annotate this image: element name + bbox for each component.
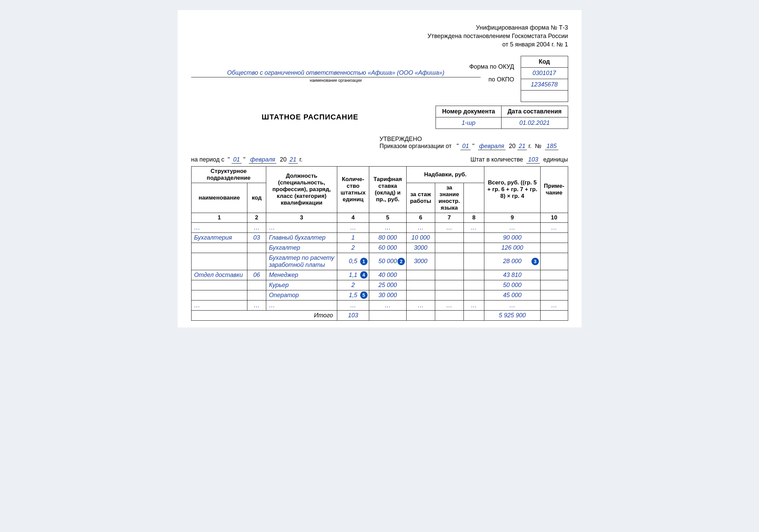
period-month: февраля — [249, 156, 276, 164]
col-num: 7 — [435, 213, 463, 222]
col-num: 3 — [266, 213, 337, 222]
col-total: Всего, руб. ((гр. 5 + гр. 6 + гр. 7 + гр… — [484, 166, 541, 213]
table-cell: … — [266, 222, 337, 233]
col-num: 1 — [191, 213, 247, 222]
col-num: 5 — [369, 213, 406, 222]
staff-block: Штат в количестве 103 единицы — [471, 156, 568, 164]
col-num: 9 — [484, 213, 541, 222]
table-cell — [435, 253, 463, 270]
approved-prefix: Приказом организации от — [380, 143, 452, 149]
annotation-badge: 1 — [360, 258, 368, 265]
col-units: Количе­ство штат­ных единиц — [337, 166, 369, 213]
col-allow2: за знание иностр. языка — [435, 183, 463, 213]
table-cell: … — [369, 300, 406, 310]
col-num: 2 — [247, 213, 266, 222]
table-cell — [406, 270, 435, 280]
table-cell: 1,55 — [337, 290, 369, 300]
table-cell: 28 0003 — [484, 253, 541, 270]
table-cell: 30 000 — [369, 290, 406, 300]
doc-number-header: Номер документа — [436, 106, 501, 117]
table-cell: 50 000 — [484, 280, 541, 290]
table-cell: Бухгалтер — [266, 243, 337, 253]
table-cell — [463, 243, 484, 253]
table-cell: 43 810 — [484, 270, 541, 280]
table-cell: Курьер — [266, 280, 337, 290]
table-cell — [463, 270, 484, 280]
table-cell: … — [191, 300, 247, 310]
table-cell: … — [191, 222, 247, 233]
table-cell: … — [484, 300, 541, 310]
num-date-table: Номер документа Дата составления 1-шр 01… — [436, 106, 568, 129]
staff-label: Штат в количестве — [471, 156, 523, 163]
quote: " — [457, 143, 459, 149]
table-row: Курьер225 00050 000 — [191, 280, 568, 290]
period-block: на период с " 01 " февраля 20 21 г. — [191, 156, 303, 164]
table-cell — [191, 243, 247, 253]
col-allowances: Надбавки, руб. — [406, 166, 484, 183]
form-header-line2: Утверждена постановлением Госкомстата Ро… — [191, 32, 568, 40]
form-header-line3: от 5 января 2004 г. № 1 — [191, 40, 568, 49]
form-header: Унифицированная форма № Т-3 Утверждена п… — [191, 24, 568, 49]
table-cell: … — [369, 222, 406, 233]
table-row: Бухгалтер260 0003000126 000 — [191, 243, 568, 253]
col-code: код — [247, 183, 266, 213]
table-cell: 3000 — [406, 253, 435, 270]
table-cell: 80 000 — [369, 233, 406, 243]
period-year-prefix: 20 — [280, 156, 287, 163]
document-title: ШТАТНОЕ РАСПИСАНИЕ — [191, 113, 429, 121]
table-cell: … — [247, 300, 266, 310]
table-cell: 3000 — [406, 243, 435, 253]
table-cell: … — [406, 222, 435, 233]
table-cell: 06 — [247, 270, 266, 280]
table-row: Оператор1,5530 00045 000 — [191, 290, 568, 300]
table-row: ………………………… — [191, 300, 568, 310]
table-cell: Менеджер — [266, 270, 337, 280]
table-cell — [247, 243, 266, 253]
approved-num: 185 — [545, 143, 558, 150]
col-num: 4 — [337, 213, 369, 222]
table-cell: 1,14 — [337, 270, 369, 280]
table-cell — [540, 280, 568, 290]
table-row: Бухгалтерия03Главный бухгалтер180 00010 … — [191, 233, 568, 243]
period-year: 21 — [288, 156, 298, 164]
table-cell: Бухгалтер по расчету заработной платы — [266, 253, 337, 270]
approved-day: 01 — [460, 143, 471, 150]
totals-units: 103 — [337, 310, 369, 320]
table-cell: Бухгалтерия — [191, 233, 247, 243]
table-cell: 90 000 — [484, 233, 541, 243]
approved-num-sign: № — [535, 143, 541, 149]
table-cell: … — [540, 300, 568, 310]
main-table: Структурное подразделение Должность (спе… — [191, 166, 568, 321]
approved-line: Приказом организации от " 01 " февраля 2… — [380, 143, 568, 150]
table-cell — [191, 290, 247, 300]
table-cell: 50 0002 — [369, 253, 406, 270]
table-cell — [435, 280, 463, 290]
approved-month: февраля — [478, 143, 506, 150]
doc-date-value: 01.02.2021 — [501, 117, 568, 129]
table-cell — [540, 270, 568, 280]
col-rate: Тарифная ставка (оклад) и пр., руб. — [369, 166, 406, 213]
doc-date-header: Дата составления — [501, 106, 568, 117]
table-cell: … — [435, 300, 463, 310]
annotation-badge: 5 — [360, 291, 368, 299]
table-cell: 10 000 — [406, 233, 435, 243]
table-cell: … — [247, 222, 266, 233]
quote: " — [243, 156, 245, 163]
table-cell — [540, 290, 568, 300]
period-day: 01 — [232, 156, 242, 164]
table-row: Отдел доставки06Менеджер1,1440 00043 810 — [191, 270, 568, 280]
quote: " — [472, 143, 474, 149]
table-cell — [540, 253, 568, 270]
table-cell: … — [266, 300, 337, 310]
codes-empty-cell — [521, 90, 568, 102]
table-cell — [435, 270, 463, 280]
table-cell — [540, 243, 568, 253]
approved-year: 21 — [517, 143, 527, 150]
table-cell — [463, 280, 484, 290]
table-cell: … — [484, 222, 541, 233]
col-position: Должность (специальность, профессия), ра… — [266, 166, 337, 213]
approved-block: УТВЕРЖДЕНО Приказом организации от " 01 … — [380, 136, 568, 150]
table-cell: … — [463, 222, 484, 233]
staff-unit: единицы — [543, 156, 568, 163]
col-allow3 — [463, 183, 484, 213]
